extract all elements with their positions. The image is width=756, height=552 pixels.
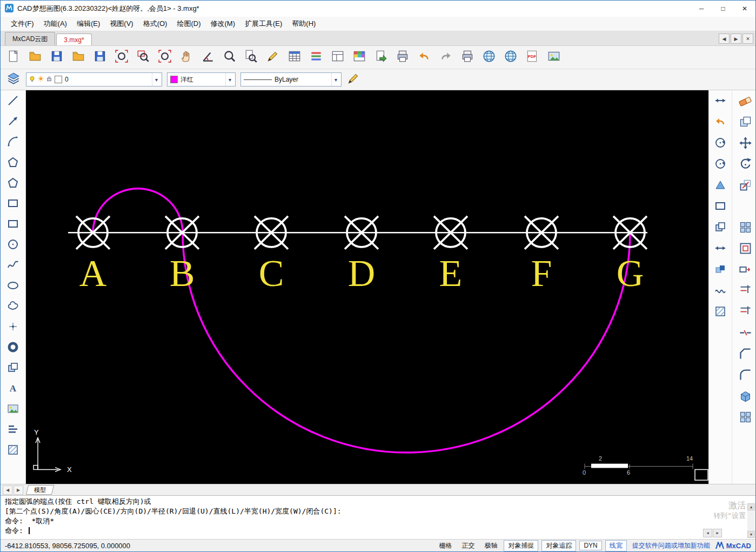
- tab-3mxg[interactable]: 3.mxg*: [56, 34, 91, 45]
- copy-button[interactable]: [737, 115, 753, 131]
- measure-angle-button[interactable]: [199, 49, 217, 66]
- draw-region-button[interactable]: [5, 361, 21, 377]
- color-select[interactable]: 洋红 ▾: [167, 72, 236, 87]
- menu-draw[interactable]: 绘图(D): [172, 17, 205, 30]
- match-properties-button[interactable]: [346, 71, 360, 88]
- explode-button[interactable]: [737, 410, 753, 426]
- toggle-ortho[interactable]: 正交: [458, 541, 478, 551]
- layer-manager-icon[interactable]: [6, 71, 21, 88]
- toggle-lineweight[interactable]: 线宽: [605, 540, 627, 551]
- draw-spline-button[interactable]: [5, 258, 21, 274]
- mxcad-brand[interactable]: MxCAD: [715, 542, 751, 550]
- drawing-canvas[interactable]: ABCDEFGYX21406: [26, 90, 708, 484]
- toggle-grid[interactable]: 栅格: [436, 541, 455, 551]
- break-button[interactable]: [737, 325, 753, 342]
- command-line-area[interactable]: 指定圆弧的端点(按住 ctrl 键取相反方向)或[第二个点(S)/角度(A)/圆…: [1, 495, 755, 539]
- layer-select[interactable]: 0 ▾: [26, 72, 162, 87]
- linetype-select[interactable]: ByLayer ▾: [240, 72, 342, 87]
- export-pdf-button[interactable]: PDF: [524, 49, 541, 66]
- export-drawing-button[interactable]: [372, 49, 390, 66]
- point-label-F[interactable]: F: [531, 252, 552, 294]
- extend-button[interactable]: [737, 304, 753, 321]
- toggle-dyn[interactable]: DYN: [579, 541, 601, 550]
- draw-revcloud-button[interactable]: [5, 299, 21, 315]
- pan-button[interactable]: [178, 49, 195, 66]
- scroll-up-icon[interactable]: ▲: [747, 503, 755, 510]
- point-label-E[interactable]: E: [439, 252, 463, 294]
- trim-button[interactable]: [737, 283, 753, 300]
- tab-scroll-right-button[interactable]: ▶: [731, 34, 741, 44]
- free-orbit-button[interactable]: [712, 157, 728, 173]
- draw-text-button[interactable]: A: [5, 381, 21, 397]
- point-label-C[interactable]: C: [259, 252, 284, 294]
- menu-function[interactable]: 功能(A): [39, 17, 72, 30]
- viewport-button[interactable]: [712, 199, 728, 215]
- tab-model[interactable]: 模型: [26, 485, 54, 495]
- save-button[interactable]: [48, 49, 65, 66]
- zoom-realtime-button[interactable]: [221, 49, 238, 66]
- point-label-B[interactable]: B: [170, 252, 195, 294]
- menu-view[interactable]: 视图(V): [105, 17, 138, 30]
- color-select-caret-icon[interactable]: ▾: [225, 73, 234, 86]
- undo-button[interactable]: [416, 49, 433, 66]
- menu-express-tools[interactable]: 扩展工具(E): [240, 17, 287, 30]
- chamfer-button[interactable]: [737, 347, 753, 363]
- menu-file[interactable]: 文件(F): [6, 17, 39, 30]
- draw-xline-button[interactable]: [5, 114, 21, 130]
- draw-rectangle-button[interactable]: [5, 196, 21, 212]
- zoom-extents-button[interactable]: [113, 49, 130, 66]
- quick-draw-button[interactable]: [264, 49, 282, 66]
- rotate-button[interactable]: [737, 157, 753, 173]
- insert-table-button[interactable]: [286, 49, 303, 66]
- align-tool-button[interactable]: [712, 241, 728, 257]
- close-button[interactable]: ✕: [734, 1, 755, 17]
- zoom-window-button[interactable]: [135, 49, 152, 66]
- save-as-button[interactable]: [91, 49, 109, 66]
- maximize-button[interactable]: □: [712, 1, 734, 17]
- linetype-select-caret-icon[interactable]: ▾: [331, 73, 340, 86]
- scroll-down-icon[interactable]: ▼: [747, 531, 755, 538]
- hatch-edit-button[interactable]: [712, 304, 728, 321]
- insert-raster-image-button[interactable]: [5, 402, 21, 418]
- spline-edit-button[interactable]: [712, 283, 728, 300]
- new-file-button[interactable]: [5, 49, 22, 66]
- scroll-right-icon[interactable]: ▶: [713, 529, 722, 537]
- scroll-left-icon[interactable]: ◀: [703, 529, 712, 537]
- model-prev-button[interactable]: ◀: [3, 486, 12, 495]
- menu-modify[interactable]: 修改(M): [205, 17, 240, 30]
- orbit-button[interactable]: [712, 136, 728, 152]
- draw-arc-button[interactable]: [5, 135, 21, 151]
- mirror-view-button[interactable]: [712, 262, 728, 278]
- offset-button[interactable]: [737, 241, 753, 257]
- feedback-link[interactable]: 提交软件问题或增加新功能: [632, 541, 710, 550]
- minimize-button[interactable]: ─: [691, 1, 712, 17]
- toggle-otrack[interactable]: 对象追踪: [541, 540, 576, 551]
- zoom-scale-button[interactable]: [156, 49, 173, 66]
- scale-button[interactable]: [737, 178, 753, 194]
- point-label-D[interactable]: D: [348, 252, 376, 294]
- point-label-G[interactable]: G: [617, 252, 644, 294]
- draw-ellipse-button[interactable]: [5, 278, 21, 295]
- array-button[interactable]: [737, 220, 753, 236]
- draw-polygon-edge-button[interactable]: [5, 176, 21, 192]
- draw-point-button[interactable]: [5, 320, 21, 336]
- layer-select-caret-icon[interactable]: ▾: [152, 73, 160, 86]
- insert-image-button[interactable]: [545, 49, 563, 66]
- draw-rotated-rectangle-button[interactable]: [5, 217, 21, 233]
- draw-hatch-button[interactable]: [5, 443, 21, 459]
- open-url-button[interactable]: [502, 49, 519, 66]
- fillet-button[interactable]: [737, 368, 753, 384]
- redo-button[interactable]: [437, 49, 454, 66]
- find-text-button[interactable]: [243, 49, 260, 66]
- point-label-A[interactable]: A: [79, 252, 107, 294]
- copy-object-button[interactable]: [712, 220, 728, 236]
- draw-circle-button[interactable]: [5, 237, 21, 254]
- draw-polygon-button[interactable]: [5, 155, 21, 171]
- tab-scroll-left-button[interactable]: ◀: [719, 34, 730, 44]
- publish-web-button[interactable]: [480, 49, 498, 66]
- zoom-previous-button[interactable]: [712, 115, 728, 131]
- open-file-button[interactable]: [70, 49, 87, 66]
- open-cloud-drawing-button[interactable]: [26, 49, 44, 66]
- toggle-polar[interactable]: 极轴: [481, 541, 500, 551]
- move-button[interactable]: [737, 136, 753, 152]
